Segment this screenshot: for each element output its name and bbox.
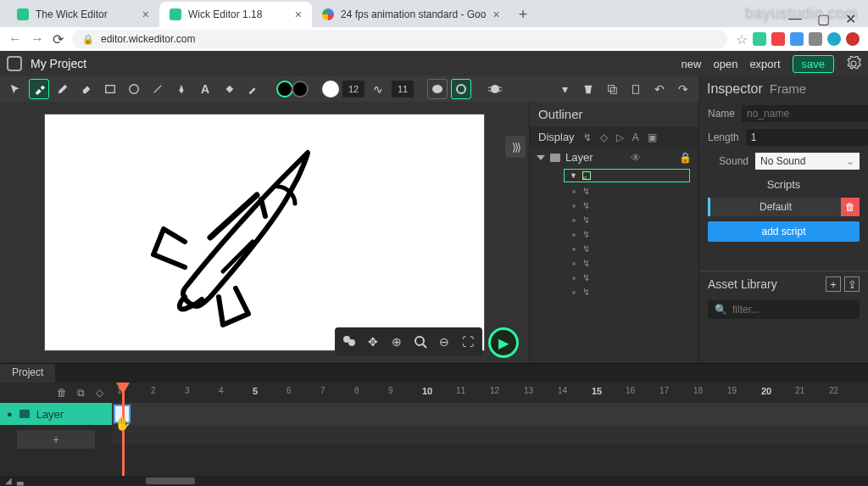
play-button[interactable]: ▶ [488,327,519,358]
new-button[interactable]: new [682,58,702,70]
path-item[interactable]: ↯ [530,227,698,242]
extension-icon[interactable] [809,32,822,46]
bullet-icon [572,277,576,280]
path-icon[interactable]: ↯ [583,131,592,143]
zoom-icon[interactable] [409,331,431,353]
layer-row[interactable]: Layer 👁 🔒 [530,148,698,167]
upload-asset-icon[interactable]: ⇪ [844,277,860,292]
star-icon[interactable]: ☆ [736,31,748,47]
add-asset-icon[interactable]: + [826,277,841,292]
brush-tool-icon[interactable] [29,79,49,99]
new-tab-button[interactable]: + [510,3,537,27]
lock-icon[interactable]: 🔒 [679,152,692,164]
asset-filter-input[interactable]: 🔍 filter... [708,300,860,319]
waveform-icon[interactable]: ▃ [17,476,34,486]
path-item[interactable]: ↯ [530,198,698,213]
chevron-down-icon[interactable]: ▾ [554,79,575,99]
brush-size-input[interactable]: 12 [342,81,364,98]
url-field[interactable]: 🔒 editor.wickeditor.com [72,30,727,48]
cursor-tool-icon[interactable] [5,79,25,99]
extension-icon[interactable] [790,32,804,46]
stroke-color-swatch[interactable] [292,81,309,98]
duplicate-icon[interactable]: ⧉ [73,385,88,400]
path-item[interactable]: ↯ [530,184,698,198]
script-item[interactable]: Default 🗑 [708,198,860,216]
clip-icon[interactable]: ▷ [616,131,624,143]
timeline-tab[interactable]: Project [0,364,55,383]
trash-icon[interactable]: 🗑 [54,385,70,400]
extension-icon[interactable] [827,32,841,46]
planet-icon[interactable] [485,79,505,99]
image-icon[interactable]: ▣ [648,131,657,143]
ellipse-tool-icon[interactable] [124,79,144,99]
tween-icon[interactable]: ◇ [92,385,107,400]
timeline-track[interactable]: 12345678910111213141516171819202122 [112,383,868,476]
eye-icon[interactable]: 👁 [631,152,641,164]
zoom-out-icon[interactable]: ⊖ [433,331,455,353]
text-tool-icon[interactable]: A [195,79,215,99]
path-item[interactable]: ↯ [530,213,698,227]
eye-icon[interactable]: ● [7,409,13,419]
close-icon[interactable]: × [492,8,499,21]
browser-tab[interactable]: The Wick Editor× [7,2,159,27]
eraser-tool-icon[interactable] [76,79,97,99]
brush-color-swatch[interactable] [322,81,339,98]
path-item[interactable]: ↯ [530,242,698,256]
path-item[interactable]: ↯ [530,256,698,271]
canvas[interactable] [44,114,485,351]
reload-icon[interactable]: ⟳ [53,31,64,47]
trash-icon[interactable] [578,79,598,99]
shape-icon[interactable]: ◇ [600,131,608,143]
text-icon[interactable]: A [632,131,639,143]
open-button[interactable]: open [713,58,737,70]
sound-select[interactable]: No Sound⌄ [755,153,860,170]
app-logo-icon[interactable] [7,56,22,71]
close-icon[interactable]: × [142,8,149,21]
pan-icon[interactable]: ✥ [362,331,384,353]
recenter-icon[interactable] [338,331,360,353]
redo-icon[interactable]: ↷ [673,79,693,99]
zoom-in-icon[interactable]: ⊕ [386,331,408,353]
fill-color-swatch[interactable] [276,81,293,98]
stroke-width-input[interactable]: 11 [392,81,414,98]
undo-icon[interactable]: ↶ [649,79,670,99]
fill-tool-icon[interactable] [219,79,239,99]
fullscreen-icon[interactable]: ⛶ [457,331,479,353]
pencil-tool-icon[interactable] [53,79,73,99]
scrollbar[interactable] [146,478,195,484]
path-item[interactable]: ↯ [530,271,698,285]
rectangle-tool-icon[interactable] [100,79,120,99]
ruler-tick: 13 [524,386,533,395]
back-icon[interactable]: ← [8,31,22,47]
pixel-mode-icon[interactable] [451,79,471,99]
playhead[interactable] [122,383,125,476]
timeline-frames-row[interactable] [112,403,868,425]
smooth-icon[interactable]: ∿ [368,79,388,99]
timeline-ruler[interactable]: 12345678910111213141516171819202122 [112,383,868,403]
extension-icon[interactable] [753,32,766,46]
name-input[interactable] [742,105,868,122]
frame-item[interactable]: ▼ ▫ [564,169,690,182]
eyedropper-tool-icon[interactable] [242,79,263,99]
vector-mode-icon[interactable] [427,79,448,99]
onion-skin-icon[interactable]: ◢ [0,476,17,486]
gear-icon[interactable] [846,56,861,71]
line-tool-icon[interactable] [147,79,168,99]
save-button[interactable]: save [793,55,834,73]
browser-tab[interactable]: 24 fps animation standard - Goo× [312,2,510,27]
export-button[interactable]: export [749,58,780,70]
delete-script-icon[interactable]: 🗑 [841,198,860,216]
paste-icon[interactable] [626,79,646,99]
close-icon[interactable]: × [295,8,302,21]
browser-tab[interactable]: Wick Editor 1.18× [159,2,312,27]
path-item[interactable]: ↯ [530,285,698,299]
extension-icon[interactable] [771,32,785,46]
extension-icon[interactable] [846,32,860,46]
expand-handle-icon[interactable]: ⟩⟩⟩ [505,136,526,158]
timeline-layer-row[interactable]: ● Layer [0,403,112,425]
length-input[interactable] [746,129,868,146]
copy-icon[interactable] [602,79,622,99]
pen-tool-icon[interactable] [171,79,192,99]
add-script-button[interactable]: add script [708,221,860,242]
add-layer-button[interactable]: + [17,430,95,449]
